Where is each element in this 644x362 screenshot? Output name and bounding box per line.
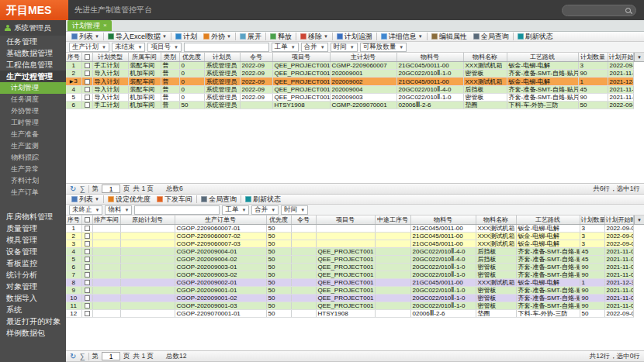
row-checkbox[interactable] (85, 264, 90, 270)
table-row[interactable]: 11CGOP-202009001-0350QEE_PROJECT00120GC0… (66, 302, 634, 310)
sidebar-item-current-section[interactable]: 生产过程管理 (0, 71, 66, 82)
column-header[interactable]: 物料号 (396, 53, 463, 62)
state-select[interactable]: 未终止▼ (69, 205, 102, 215)
table-row[interactable]: ▶3导入计划装配车间普0系统管理员2022-09QEE_PROJECT00120… (66, 78, 634, 86)
column-header[interactable]: 优先度 (179, 53, 204, 62)
list-button[interactable]: 列表▼ (68, 32, 102, 41)
row-checkbox[interactable] (85, 102, 90, 108)
material-select[interactable]: 物料▼ (105, 205, 132, 215)
column-header[interactable]: 主计划号 (330, 53, 396, 62)
table-row[interactable]: 1CGOP-2209060007-015021GC045/0011-00XXX测… (66, 225, 634, 233)
merge-select[interactable]: 合并▼ (301, 43, 328, 52)
sidebar-item[interactable]: 任务管理 (0, 36, 66, 47)
column-header[interactable]: 类别 (161, 53, 179, 62)
row-select-cell[interactable] (81, 264, 92, 271)
sidebar-item[interactable]: 对象管理 (0, 281, 66, 292)
state-select[interactable]: 未结束▼ (112, 43, 145, 52)
column-header[interactable]: 计划员 (204, 53, 240, 62)
column-header[interactable]: 中途工序号 (375, 215, 410, 225)
column-header[interactable]: 序号 (66, 53, 81, 62)
tab-close-icon[interactable]: × (103, 22, 107, 29)
column-header[interactable]: 令号 (240, 53, 272, 62)
global-search-button[interactable]: 全局查询 (198, 195, 240, 204)
refresh-status-button[interactable]: 刷新状态 (242, 195, 284, 204)
search-input[interactable] (567, 5, 626, 16)
refresh-status-button[interactable]: 刷新状态 (514, 32, 556, 41)
remove-button[interactable]: 移除▼ (297, 32, 331, 41)
row-checkbox[interactable] (85, 272, 90, 278)
sidebar-item[interactable]: 工程信息管理 (0, 59, 66, 71)
table-row[interactable]: 5导入计划机加车间普0系统管理员2022-09QEE_PROJECT001202… (66, 94, 634, 102)
row-select-cell[interactable] (81, 271, 92, 279)
sidebar-item[interactable]: 任务调度 (0, 94, 66, 105)
row-select-cell[interactable] (81, 70, 92, 78)
table-row[interactable]: 2CGOP-2209060007-025021GC045/0011-00XXX测… (66, 233, 634, 240)
sidebar-item[interactable]: 工时管理 (0, 117, 66, 129)
table-row[interactable]: 3CGOP-2209060007-035021GC045/0011-00XXX测… (66, 240, 634, 248)
row-select-cell[interactable] (81, 233, 92, 240)
sidebar-item[interactable]: 最近打开的对象 (0, 315, 66, 327)
new-plan-button[interactable]: 计划 (172, 32, 200, 41)
row-checkbox[interactable] (85, 241, 90, 247)
column-header[interactable]: 计划开始时间 (604, 215, 634, 225)
refresh-icon[interactable]: ↻ (70, 353, 76, 360)
column-header[interactable]: 物料名称 (476, 215, 516, 225)
row-select-cell[interactable] (81, 310, 92, 318)
sidebar-item[interactable]: 质量管理 (0, 222, 66, 234)
row-checkbox[interactable] (85, 303, 90, 309)
row-checkbox[interactable] (85, 233, 90, 239)
column-header[interactable]: 序号 (66, 215, 81, 225)
column-config-icon[interactable]: ▼ (634, 215, 644, 225)
table-row[interactable]: 1手工计划装配车间普0系统管理员2022-09QEE_PROJECT001CGM… (66, 62, 634, 70)
table-row[interactable]: 4导入计划装配车间普0系统管理员2022-09QEE_PROJECT001202… (66, 86, 634, 94)
table-row[interactable]: 6CGOP-202009003-0150QEE_PROJECT00120GC02… (66, 264, 634, 271)
column-header[interactable]: 生产订单号 (175, 215, 266, 225)
global-search-button[interactable]: 全局查询 (470, 32, 512, 41)
page-input[interactable] (102, 352, 120, 360)
field-select[interactable]: 项目号▼ (147, 43, 181, 52)
set-priority-button[interactable]: 设定优先度 (105, 195, 154, 204)
sidebar-item[interactable]: 系统 (0, 304, 66, 315)
table-row[interactable]: 12CGOP-2209070001-0150HTSY190802006Ⅲ-2-6… (66, 310, 634, 318)
column-header[interactable]: 所属车间 (128, 53, 161, 62)
plan-trace-button[interactable]: 计划追溯 (334, 32, 376, 41)
column-header[interactable]: 排产车间 (92, 215, 120, 225)
row-select-cell[interactable] (81, 287, 92, 295)
column-header[interactable]: 优先度 (266, 215, 291, 225)
row-checkbox[interactable] (85, 95, 90, 100)
import-excel-button[interactable]: 导入Excel数据▼ (105, 32, 170, 41)
workorder-select[interactable]: 工单▼ (222, 205, 249, 215)
summary-icon[interactable]: ∑ (79, 185, 85, 193)
row-checkbox[interactable] (85, 295, 90, 301)
sidebar-item[interactable]: 设备管理 (0, 246, 66, 257)
row-select-cell[interactable] (81, 240, 92, 248)
row-select-cell[interactable] (81, 86, 92, 94)
row-select-cell[interactable] (81, 78, 92, 86)
column-config-icon[interactable]: ▼ (634, 53, 644, 62)
sidebar-item[interactable]: 生产准备 (0, 129, 66, 140)
column-header[interactable]: 工艺路线 (507, 53, 578, 62)
row-select-cell[interactable] (81, 295, 92, 302)
sidebar-item[interactable]: 基础数据管理 (0, 47, 66, 59)
row-checkbox[interactable] (85, 280, 90, 285)
table-row[interactable]: 6手工计划机加车间普50系统管理员HTSY1908CGMP-2209070001… (66, 102, 634, 109)
edit-props-button[interactable]: 编辑属性 (428, 32, 470, 41)
row-select-cell[interactable] (81, 256, 92, 264)
sidebar-item[interactable]: 模具管理 (0, 234, 66, 246)
dispatch-workshop-button[interactable]: 下发车间 (154, 195, 196, 204)
time-select[interactable]: 时间▼ (331, 43, 358, 52)
filter-input[interactable] (134, 205, 220, 215)
sidebar-item[interactable]: 库房物料管理 (0, 211, 66, 222)
summary-icon[interactable]: ∑ (79, 353, 85, 360)
column-header[interactable]: 项目号 (272, 53, 330, 62)
sidebar-item[interactable]: 生产监测 (0, 140, 66, 152)
refresh-icon[interactable]: ↻ (70, 185, 76, 193)
row-checkbox[interactable] (85, 87, 90, 92)
column-header[interactable]: 物料名称 (463, 53, 507, 62)
time-select[interactable]: 时间▼ (281, 205, 308, 215)
row-checkbox[interactable] (85, 71, 90, 76)
sidebar-item[interactable]: 外协管理 (0, 105, 66, 117)
sidebar-item[interactable]: 数据导入 (0, 292, 66, 304)
row-select-cell[interactable] (81, 302, 92, 310)
column-header[interactable]: 令号 (291, 215, 316, 225)
